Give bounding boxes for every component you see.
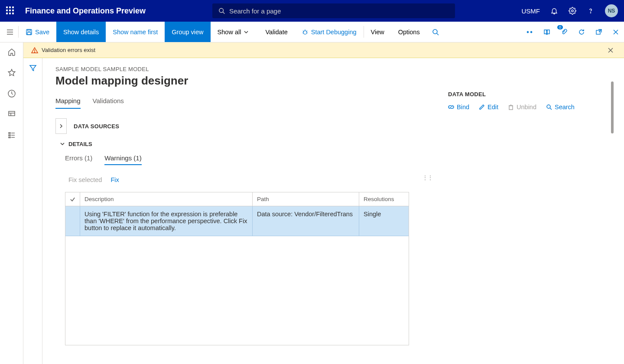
svg-rect-24 [9, 111, 15, 116]
svg-rect-20 [596, 30, 600, 34]
svg-line-41 [550, 108, 552, 110]
svg-line-17 [437, 33, 439, 35]
toolbar-search-icon[interactable] [427, 22, 444, 42]
show-all-button[interactable]: Show all [211, 22, 259, 42]
svg-point-0 [219, 8, 224, 13]
bind-button[interactable]: Bind [448, 104, 469, 110]
bell-icon[interactable] [550, 7, 558, 15]
breadcrumb: SAMPLE MODEL SAMPLE MODEL [55, 66, 409, 72]
page-title: Model mapping designer [55, 74, 409, 88]
chevron-down-icon [244, 29, 249, 35]
popout-icon[interactable] [590, 22, 608, 42]
svg-point-34 [34, 52, 35, 52]
checkmark-icon [70, 196, 75, 202]
svg-point-16 [433, 29, 437, 34]
scrollbar[interactable] [611, 81, 614, 133]
fix-button[interactable]: Fix [110, 176, 119, 183]
help-icon[interactable] [587, 7, 595, 15]
select-all-checkbox[interactable] [65, 192, 80, 206]
table-row[interactable]: Using 'FILTER' function for the expressi… [65, 206, 409, 236]
validate-button[interactable]: Validate [258, 22, 294, 42]
pencil-icon [479, 104, 485, 110]
tab-mapping[interactable]: Mapping [55, 97, 81, 109]
svg-rect-27 [9, 133, 10, 133]
col-path[interactable]: Path [253, 192, 359, 206]
plugin-icon[interactable] [521, 22, 538, 42]
col-resolutions[interactable]: Resolutions [359, 192, 409, 206]
hamburger-icon[interactable] [6, 28, 14, 36]
start-debugging-button[interactable]: Start Debugging [295, 22, 364, 42]
waffle-icon[interactable] [6, 6, 15, 15]
tab-errors[interactable]: Errors (1) [65, 154, 92, 165]
row-description: Using 'FILTER' function for the expressi… [80, 206, 253, 236]
fix-selected-button: Fix selected [68, 176, 102, 183]
row-checkbox[interactable] [65, 206, 80, 236]
banner-close-icon[interactable] [608, 47, 614, 53]
svg-rect-9 [27, 32, 31, 35]
group-view-button[interactable]: Group view [165, 22, 210, 42]
split-handle[interactable]: ⋮⋮ [422, 174, 425, 186]
svg-rect-28 [9, 135, 10, 136]
attachments-icon[interactable] [556, 22, 573, 42]
datasources-expand[interactable] [55, 118, 67, 134]
dm-search-button[interactable]: Search [546, 104, 575, 110]
company-label[interactable]: USMF [522, 7, 540, 15]
show-name-first-button[interactable]: Show name first [106, 22, 165, 42]
link-icon [448, 104, 454, 110]
svg-rect-29 [9, 137, 10, 138]
save-button[interactable]: Save [19, 22, 56, 42]
edit-button[interactable]: Edit [479, 104, 498, 110]
trash-icon [508, 104, 514, 110]
book-icon[interactable] [538, 22, 556, 42]
svg-line-12 [303, 31, 304, 32]
save-icon [26, 29, 32, 36]
avatar[interactable]: NS [605, 4, 618, 17]
star-icon[interactable] [7, 68, 16, 77]
workspace-icon[interactable] [7, 110, 16, 119]
gear-icon[interactable] [569, 7, 576, 15]
svg-rect-19 [530, 31, 533, 33]
validation-banner: Validation errors exist [23, 42, 624, 58]
tab-warnings[interactable]: Warnings (1) [104, 154, 141, 165]
datamodel-label: DATA MODEL [438, 91, 611, 98]
view-button[interactable]: View [364, 22, 391, 42]
show-details-button[interactable]: Show details [56, 22, 106, 42]
svg-line-13 [306, 31, 307, 32]
debug-icon [302, 29, 309, 36]
svg-point-40 [547, 105, 550, 108]
svg-point-10 [303, 31, 307, 34]
search-icon [546, 104, 552, 110]
svg-rect-18 [526, 31, 529, 33]
svg-line-1 [223, 12, 224, 14]
chevron-down-icon[interactable] [60, 142, 65, 147]
svg-rect-37 [509, 106, 513, 110]
unbind-button: Unbind [508, 104, 536, 110]
refresh-icon[interactable] [573, 22, 590, 42]
recent-icon[interactable] [7, 89, 16, 98]
tab-validations[interactable]: Validations [93, 97, 124, 109]
row-resolutions: Single [359, 206, 409, 236]
chevron-right-icon [59, 124, 63, 128]
svg-rect-8 [28, 29, 30, 31]
svg-point-3 [590, 13, 591, 13]
datasources-label: DATA SOURCES [74, 123, 119, 130]
svg-point-2 [572, 10, 574, 12]
warnings-grid: Description Path Resolutions Using 'FILT… [65, 192, 409, 345]
warning-icon [31, 47, 38, 54]
home-icon[interactable] [7, 48, 16, 56]
search-input[interactable] [212, 3, 455, 18]
col-description[interactable]: Description [80, 192, 253, 206]
filter-icon[interactable] [29, 64, 37, 72]
options-button[interactable]: Options [391, 22, 427, 42]
search-icon [218, 7, 225, 14]
close-icon[interactable] [608, 22, 624, 42]
app-title: Finance and Operations Preview [25, 6, 146, 16]
modules-icon[interactable] [7, 131, 16, 140]
row-path: Data source: Vendor/FilteredTrans [253, 206, 359, 236]
